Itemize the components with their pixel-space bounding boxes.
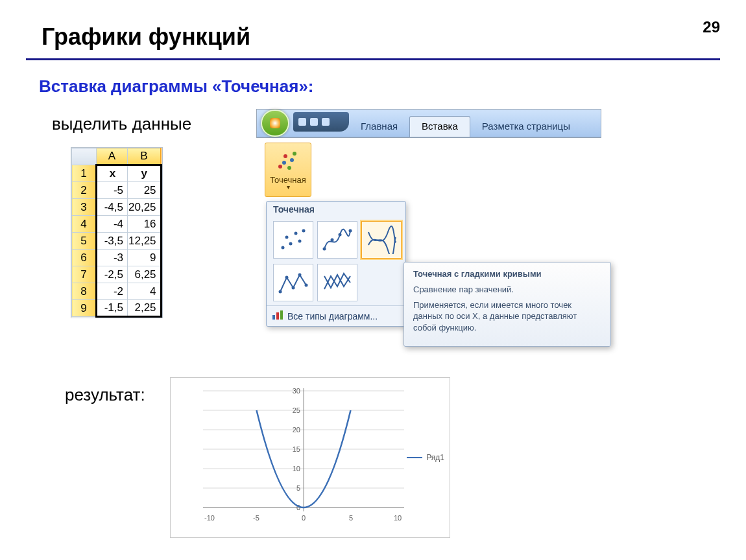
ribbon-charts-group: Точечная ▾ [265,143,311,197]
scatter-chart-button[interactable]: Точечная ▾ [265,143,311,197]
svg-point-3 [290,158,294,162]
all-chart-types-label: Все типы диаграмм... [287,311,378,321]
row-header[interactable]: 4 [72,216,97,233]
page-number: 29 [703,18,720,36]
svg-point-8 [289,242,293,246]
svg-point-17 [285,276,289,279]
result-chart: 30 25 20 15 10 5 0 -10 -5 0 5 10 Ряд1 [170,377,450,538]
gallery-header: Точечная [267,202,405,217]
svg-point-15 [349,229,352,233]
quick-access-toolbar[interactable] [293,112,349,132]
row-header[interactable]: 5 [72,233,97,250]
svg-point-18 [292,286,295,290]
svg-point-16 [279,290,282,294]
svg-point-5 [287,166,291,170]
chart-type-tooltip: Точечная с гладкими кривыми Сравнение па… [403,262,611,347]
page-title: Графики функций [42,23,250,51]
cell[interactable]: -3 [97,250,128,266]
office-button[interactable] [261,110,289,137]
cell[interactable]: 4 [128,283,162,300]
x-tick: -10 [204,514,215,522]
svg-point-9 [295,232,298,235]
y-tick: 30 [293,387,300,395]
subtitle: Вставка диаграммы «Точечная»: [39,76,314,97]
svg-point-19 [298,274,302,277]
chevron-down-icon: ▾ [287,183,290,191]
y-tick: 10 [293,465,300,472]
tab-page-layout[interactable]: Разметка страницы [470,117,582,137]
cell[interactable]: -5 [97,182,128,199]
tab-insert[interactable]: Вставка [409,116,470,137]
col-header-a[interactable]: A [97,148,128,165]
scatter-gallery: Точечная [266,201,406,327]
col-header-b[interactable]: B [128,148,162,165]
row-header[interactable]: 3 [72,199,97,216]
tooltip-line: Сравнение пар значений. [413,284,601,296]
x-tick: -5 [253,514,259,522]
y-tick: 25 [293,406,300,414]
x-tick: 5 [349,514,353,522]
bar-chart-icon [272,310,283,322]
cell[interactable]: 16 [128,216,162,233]
svg-point-11 [302,229,306,233]
chart-legend: Ряд1 [407,453,444,462]
y-tick: 15 [293,445,300,453]
cell[interactable]: 25 [128,182,162,199]
chart-type-scatter-smooth-markers[interactable] [317,221,357,259]
svg-point-7 [285,236,289,239]
svg-point-6 [282,246,285,250]
svg-point-10 [298,240,302,243]
ribbon-tabstrip: Главная Вставка Разметка страницы [257,110,601,137]
row-header[interactable]: 6 [72,250,97,266]
svg-rect-21 [272,315,275,320]
x-tick: 10 [394,514,402,522]
tooltip-title: Точечная с гладкими кривыми [413,269,601,279]
row-header[interactable]: 7 [72,266,97,283]
cell[interactable]: 2,25 [128,300,162,317]
chart-type-scatter-lines[interactable] [317,264,357,301]
cell[interactable]: y [128,165,162,182]
chart-type-scatter-lines-markers[interactable] [273,264,313,301]
svg-rect-23 [280,310,283,320]
cell[interactable]: -4 [97,216,128,233]
cell[interactable]: -1,5 [97,300,128,317]
cell[interactable]: 12,25 [128,233,162,250]
svg-point-13 [331,239,334,242]
svg-point-2 [282,161,286,165]
x-tick: 0 [302,514,306,522]
cell[interactable]: -2 [97,283,128,300]
legend-label: Ряд1 [426,453,444,462]
svg-point-0 [278,165,282,169]
row-header[interactable]: 1 [72,165,97,182]
cell[interactable]: 9 [128,250,162,266]
svg-rect-22 [276,312,279,320]
ribbon: Главная Вставка Разметка страницы [256,109,601,138]
row-header[interactable]: 9 [72,300,97,317]
svg-point-14 [339,233,342,237]
tab-home[interactable]: Главная [349,117,409,137]
chart-type-scatter-markers[interactable] [273,221,313,259]
cell[interactable]: -3,5 [97,233,128,250]
scatter-dots-icon [275,147,301,175]
chart-type-scatter-smooth[interactable] [361,221,402,259]
y-tick: 20 [293,426,300,434]
svg-point-1 [283,154,287,158]
title-rule [26,58,720,60]
spreadsheet: A B 1 x y 2 -5 25 3 -4,5 20,25 4 -4 16 5… [71,148,162,318]
cell[interactable]: 6,25 [128,266,162,283]
cell[interactable]: -2,5 [97,266,128,283]
select-data-label: выделить данные [52,114,191,134]
tooltip-line: Применяется, если имеется много точек да… [413,299,601,334]
all-chart-types-link[interactable]: Все типы диаграмм... [267,305,405,326]
svg-point-20 [305,284,308,287]
y-tick: 5 [296,484,300,492]
row-header[interactable]: 2 [72,182,97,199]
cell[interactable]: x [97,165,128,182]
cell[interactable]: -4,5 [97,199,128,216]
sheet-select-all[interactable] [72,148,97,165]
svg-point-12 [323,248,326,251]
legend-swatch [407,457,422,458]
svg-point-4 [293,152,296,156]
row-header[interactable]: 8 [72,283,97,300]
cell[interactable]: 20,25 [128,199,162,216]
